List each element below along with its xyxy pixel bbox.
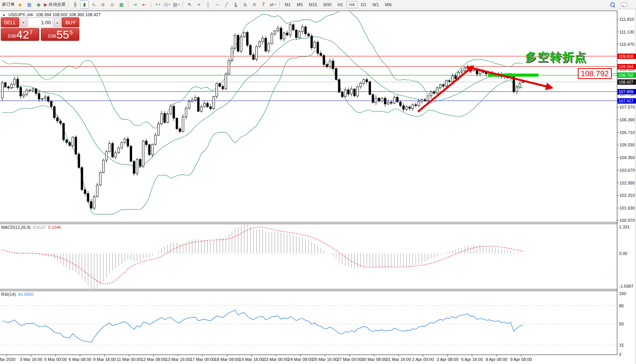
chat-icon[interactable] <box>621 2 628 7</box>
candlestick-chart-icon: ▮ <box>83 2 86 7</box>
sell-price[interactable]: 108 42 7 <box>1 28 39 41</box>
fibonacci-icon[interactable]: ≡F <box>241 0 249 9</box>
strategy-tester-icon[interactable]: ◉ <box>34 0 43 9</box>
macd-axis-min: -1.5997 <box>619 284 633 289</box>
symbol-title: USDJPY-,H4 <box>8 12 33 17</box>
timeframe-m15[interactable]: M15 <box>306 1 320 8</box>
chart-shift-icon: ⇤ <box>142 2 146 7</box>
text-icon[interactable]: A <box>250 0 258 9</box>
new-order-button[interactable]: 新订单 <box>0 0 15 9</box>
price-axis-tick: 100.970 <box>619 218 635 223</box>
macd-signal-line <box>2 227 523 284</box>
volume-increase-button[interactable]: ▲ <box>54 17 61 27</box>
rsi-axis-tick: 100 <box>619 291 626 296</box>
cursor-icon: ↖ <box>188 2 191 7</box>
macd-axis-zero: 0.00 <box>619 251 627 256</box>
zoom-in-icon: ⊕ <box>101 2 105 7</box>
level-price-badge: 107.417 <box>618 98 636 104</box>
current-price-badge: 108.427 <box>618 79 636 85</box>
periods-icon: ◷ <box>164 2 168 7</box>
time-axis-label: 30 Mar 08:00 <box>362 357 387 362</box>
volume-input[interactable]: 1.00 <box>28 17 53 27</box>
time-axis-label: Mar 2020 <box>0 357 15 362</box>
volume-decrease-button[interactable]: ▼ <box>20 17 27 27</box>
autotrading-button[interactable]: ▶自动交易 <box>44 0 66 9</box>
timeframe-w1[interactable]: W1 <box>370 1 382 8</box>
timeframe-m30[interactable]: M30 <box>321 1 334 8</box>
time-axis-label: 11 Mar 00:00 <box>117 357 141 362</box>
dropdown-caret-icon[interactable]: ▾ <box>159 3 160 6</box>
templates-icon[interactable]: ▤▾ <box>172 0 180 9</box>
time-axis-label: 18 Mar 08:00 <box>215 357 240 362</box>
tool-subscript: F <box>245 5 247 7</box>
toolbar: 新订单◆▦◉▶自动交易 ╫▮∿⊕⊖▦ ⇥⇤ +▾◷▾▤▾ ↖+│─╱∥E≡FAT… <box>0 0 636 9</box>
text-label-icon[interactable]: T <box>259 0 268 9</box>
rsi-panel <box>0 306 617 346</box>
time-axis-label: 25 Mar 16:00 <box>312 357 337 362</box>
time-axis-label: 6 Mar 08:00 <box>69 357 91 362</box>
price-axis-tick: 101.630 <box>619 206 635 210</box>
periods-icon[interactable]: ◷▾ <box>163 0 171 9</box>
one-click-trading-panel: SELL ▼ 1.00 ▲ BUY 108 42 7 108 55 5 <box>1 17 79 41</box>
buy-price[interactable]: 108 55 5 <box>41 28 79 41</box>
timeframe-h4[interactable]: H4 <box>347 1 357 8</box>
rsi-value: 43.5860 <box>18 292 34 297</box>
buy-price-big: 55 <box>56 29 69 40</box>
timeframe-m1[interactable]: M1 <box>282 1 293 8</box>
buy-price-prefix: 108 <box>48 33 56 39</box>
macd-histogram <box>2 224 523 289</box>
strategy-tester-icon: ◉ <box>37 2 40 7</box>
auto-scroll-icon[interactable]: ⇥ <box>131 0 139 9</box>
price-axis-tick: 104.350 <box>619 155 635 160</box>
chart-shift-icon[interactable]: ⇤ <box>140 0 148 9</box>
horizontal-line-icon[interactable]: ─ <box>213 0 222 9</box>
arrows-icon[interactable]: ⇄▾ <box>268 0 277 9</box>
equidistant-channel-icon[interactable]: ∥E <box>232 0 240 9</box>
candlestick-chart-icon[interactable]: ▮ <box>80 0 89 9</box>
timeframe-m5[interactable]: M5 <box>294 1 305 8</box>
metaeditor-icon[interactable]: ◆ <box>16 0 24 9</box>
toolbar-separator <box>279 2 280 8</box>
zoom-out-icon[interactable]: ⊖ <box>108 0 116 9</box>
timeframe-d1[interactable]: D1 <box>358 1 369 8</box>
trendline-icon[interactable]: ╱ <box>222 0 231 9</box>
tile-windows-icon[interactable]: ▦ <box>117 0 126 9</box>
price-axis-tick: 111.130 <box>619 30 634 34</box>
trade-panel-toggle[interactable]: ▲ <box>2 13 5 17</box>
timeframe-h1[interactable]: H1 <box>335 1 346 8</box>
indicators-icon: + <box>155 2 158 7</box>
time-axis-label: 19 Mar 16:00 <box>239 357 264 362</box>
timeframe-mn[interactable]: MN <box>382 1 394 8</box>
indicators-icon[interactable]: +▾ <box>153 0 162 9</box>
bar-chart-icon[interactable]: ╫ <box>71 0 79 9</box>
time-axis-label: 3 Apr 08:00 <box>437 357 458 362</box>
vertical-line-icon: │ <box>206 2 210 7</box>
market-watch-icon[interactable]: ▦ <box>25 0 34 9</box>
search-icon[interactable] <box>610 2 615 7</box>
price-axis-tick: 106.390 <box>619 117 635 122</box>
sell-price-big: 42 <box>16 29 29 40</box>
horizontal-line-icon: ─ <box>216 2 219 7</box>
zoom-in-icon[interactable]: ⊕ <box>99 0 107 9</box>
cursor-icon[interactable]: ↖ <box>185 0 194 9</box>
time-axis-label: 17 Mar 00:00 <box>190 357 215 362</box>
dropdown-caret-icon[interactable]: ▾ <box>178 3 180 6</box>
dropdown-caret-icon[interactable]: ▾ <box>275 3 276 6</box>
sell-button[interactable]: SELL <box>1 17 19 27</box>
symbol-info-line: ▲ USDJPY-,H4 108.394 108.502 108.365 108… <box>2 12 101 17</box>
time-axis-label: 27 Mar 00:00 <box>337 357 362 362</box>
mt4-window: 新订单◆▦◉▶自动交易 ╫▮∿⊕⊖▦ ⇥⇤ +▾◷▾▤▾ ↖+│─╱∥E≡FAT… <box>0 0 636 364</box>
toolbar-separator <box>151 2 151 8</box>
tool-subscript: E <box>236 5 238 7</box>
line-chart-icon[interactable]: ∿ <box>89 0 98 9</box>
line-chart-icon: ∿ <box>92 2 96 7</box>
symbol-ohlc: 108.394 108.502 108.365 108.427 <box>36 12 101 17</box>
dropdown-caret-icon[interactable]: ▾ <box>169 3 170 6</box>
level-price-badge: 108.792 <box>618 72 636 78</box>
buy-button[interactable]: BUY <box>62 17 79 27</box>
crosshair-icon[interactable]: + <box>195 0 203 9</box>
toolbar-main-group: 新订单◆▦◉▶自动交易 <box>0 0 66 9</box>
vertical-line-icon[interactable]: │ <box>204 0 212 9</box>
autotrading-button-label: 自动交易 <box>49 2 65 7</box>
time-axis-label: 5 Mar 00:00 <box>44 357 67 362</box>
